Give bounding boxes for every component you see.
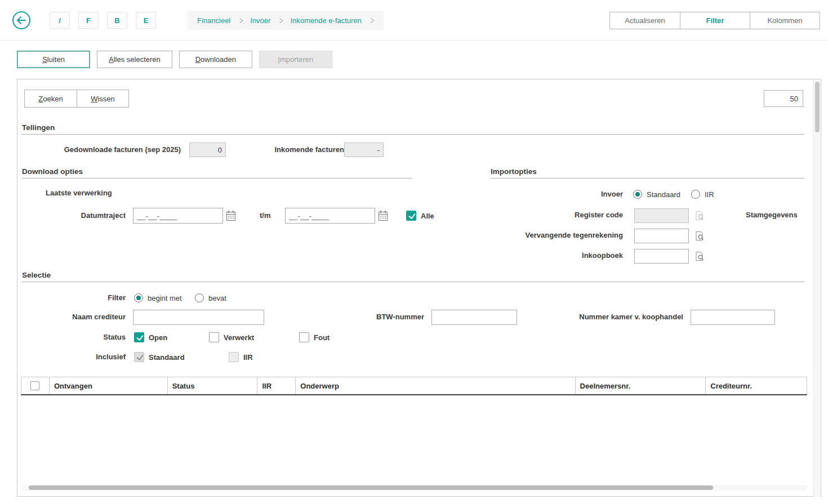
downloaden-button[interactable]: Downloaden bbox=[179, 51, 252, 68]
zoeken-button[interactable]: Zoeken bbox=[24, 90, 77, 108]
btw-nummer-input[interactable] bbox=[431, 310, 517, 325]
tellingen-title: Tellingen bbox=[22, 123, 55, 132]
breadcrumb-inkomende-e-facturen[interactable]: Inkomende e-facturen bbox=[290, 16, 361, 25]
inkoopboek-lookup-button[interactable] bbox=[693, 249, 706, 263]
checkbox-checked-disabled-icon bbox=[134, 352, 144, 362]
status-fout-checkbox[interactable]: Fout bbox=[299, 332, 330, 343]
importeren-label: Importeren bbox=[278, 55, 313, 64]
page-size-input[interactable] bbox=[764, 90, 803, 107]
breadcrumb: Financieel Invoer Inkomende e-facturen bbox=[187, 11, 384, 30]
alles-selecteren-button[interactable]: Alles selecteren bbox=[97, 51, 172, 68]
inkoopboek-input[interactable] bbox=[634, 249, 689, 264]
date-to-calendar-button[interactable] bbox=[377, 209, 389, 222]
top-bar: / F B E Financieel Invoer Inkomende e-fa… bbox=[0, 0, 828, 41]
status-open-checkbox[interactable]: Open bbox=[134, 332, 167, 343]
inkoopboek-label: Inkoopboek bbox=[491, 248, 623, 263]
status-verwerkt-checkbox[interactable]: Verwerkt bbox=[209, 332, 254, 343]
naam-crediteur-label: Naam crediteur bbox=[22, 309, 126, 325]
quick-button-e[interactable]: E bbox=[136, 12, 156, 29]
date-from-input[interactable] bbox=[133, 208, 223, 224]
begint-met-label: begint met bbox=[148, 294, 182, 302]
filter-panel: Zoeken Wissen Tellingen Gedownloade fact… bbox=[17, 79, 821, 497]
column-header-ontvangen[interactable]: Ontvangen bbox=[50, 377, 168, 394]
downloaden-label: Downloaden bbox=[195, 55, 236, 64]
date-from-calendar-button[interactable] bbox=[225, 209, 237, 222]
horizontal-scrollbar-thumb[interactable] bbox=[29, 485, 713, 490]
chevron-right-icon bbox=[278, 18, 283, 24]
radio-selected-icon bbox=[134, 293, 143, 302]
naam-crediteur-input[interactable] bbox=[133, 310, 264, 325]
vervangende-tegenrekening-input[interactable] bbox=[634, 229, 689, 243]
horizontal-scrollbar[interactable] bbox=[21, 485, 807, 490]
filter-begint-met-radio[interactable]: begint met bbox=[134, 292, 182, 304]
invoer-label: Invoer bbox=[491, 189, 623, 200]
importopties-divider bbox=[491, 178, 804, 179]
kolommen-button[interactable]: Kolommen bbox=[750, 12, 820, 29]
inclusief-label: Inclusief bbox=[22, 351, 126, 363]
quick-button-f[interactable]: F bbox=[78, 12, 99, 29]
bevat-label: bevat bbox=[208, 294, 226, 302]
checkbox-checked-icon bbox=[134, 332, 144, 342]
radio-selected-icon bbox=[633, 190, 642, 199]
column-header-onderwerp[interactable]: Onderwerp bbox=[296, 377, 575, 394]
checkbox-disabled-icon bbox=[229, 352, 239, 362]
select-all-checkbox[interactable] bbox=[30, 381, 39, 390]
invoer-iir-label: IIR bbox=[705, 190, 714, 199]
filter-label: Filter bbox=[22, 292, 126, 304]
kvk-nummer-input[interactable] bbox=[691, 310, 775, 325]
vervangende-tegenrekening-label: Vervangende tegenrekening bbox=[491, 228, 623, 243]
column-header-deelnemersnr[interactable]: Deelnemersnr. bbox=[576, 377, 706, 394]
breadcrumb-financieel[interactable]: Financieel bbox=[197, 16, 230, 25]
column-header-status[interactable]: Status bbox=[168, 377, 258, 394]
lookup-icon-disabled bbox=[695, 211, 705, 221]
selectie-title: Selectie bbox=[22, 271, 51, 279]
inkomende-facturen-label: Inkomende facturen bbox=[254, 142, 344, 157]
inclusief-iir-checkbox: IIR bbox=[229, 351, 253, 363]
register-code-lookup-button bbox=[693, 209, 706, 222]
table-empty-body bbox=[21, 395, 807, 480]
column-header-iir[interactable]: IIR bbox=[257, 377, 296, 394]
btw-nummer-label: BTW-nummer bbox=[355, 309, 424, 325]
inclusief-iir-label: IIR bbox=[243, 353, 253, 362]
alle-label: Alle bbox=[421, 212, 434, 220]
results-table: Ontvangen Status IIR Onderwerp Deelnemer… bbox=[21, 377, 807, 480]
chevron-right-icon bbox=[238, 18, 243, 24]
date-to-input[interactable] bbox=[285, 208, 375, 224]
calendar-icon bbox=[226, 210, 236, 221]
filter-button[interactable]: Filter bbox=[680, 12, 750, 29]
vertical-scrollbar[interactable] bbox=[813, 80, 820, 497]
chevron-right-icon bbox=[368, 18, 374, 24]
lookup-icon bbox=[695, 251, 705, 261]
datumtraject-label: Datumtraject bbox=[22, 208, 126, 224]
quick-button-b[interactable]: B bbox=[107, 12, 127, 29]
back-button[interactable] bbox=[12, 11, 30, 29]
filter-bevat-radio[interactable]: bevat bbox=[195, 292, 226, 304]
quick-button-slash[interactable]: / bbox=[50, 12, 70, 29]
checkbox-unchecked-icon bbox=[209, 332, 219, 342]
stamgegevens-link[interactable]: Stamgegevens bbox=[746, 208, 798, 222]
checkbox-checked-icon bbox=[406, 211, 416, 221]
register-code-label: Register code bbox=[491, 208, 623, 222]
tellingen-divider bbox=[22, 134, 804, 135]
vertical-scrollbar-thumb[interactable] bbox=[815, 82, 820, 132]
invoer-standaard-label: Standaard bbox=[647, 190, 680, 199]
download-opties-divider bbox=[22, 178, 412, 179]
inkomende-facturen-value bbox=[344, 142, 384, 157]
zoeken-label: Zoeken bbox=[38, 95, 63, 103]
wissen-button[interactable]: Wissen bbox=[77, 90, 129, 108]
verwerkt-label: Verwerkt bbox=[224, 333, 254, 342]
breadcrumb-invoer[interactable]: Invoer bbox=[250, 16, 270, 25]
vervangende-tegenrekening-lookup-button[interactable] bbox=[693, 229, 706, 243]
invoer-standaard-radio[interactable]: Standaard bbox=[633, 189, 680, 200]
sluiten-button[interactable]: Sluiten bbox=[17, 51, 90, 68]
checkbox-unchecked-icon bbox=[299, 332, 309, 342]
alle-checkbox[interactable]: Alle bbox=[406, 210, 434, 221]
calendar-icon bbox=[378, 210, 388, 221]
table-header-row: Ontvangen Status IIR Onderwerp Deelnemer… bbox=[21, 377, 807, 395]
command-toolbar: Sluiten Alles selecteren Downloaden Impo… bbox=[17, 51, 332, 68]
column-header-crediteurnr[interactable]: Crediteurnr. bbox=[706, 377, 807, 394]
invoer-iir-radio[interactable]: IIR bbox=[691, 189, 714, 200]
tm-label: t/m bbox=[260, 208, 271, 224]
actualiseren-button[interactable]: Actualiseren bbox=[610, 12, 680, 29]
radio-unselected-icon bbox=[691, 190, 700, 199]
